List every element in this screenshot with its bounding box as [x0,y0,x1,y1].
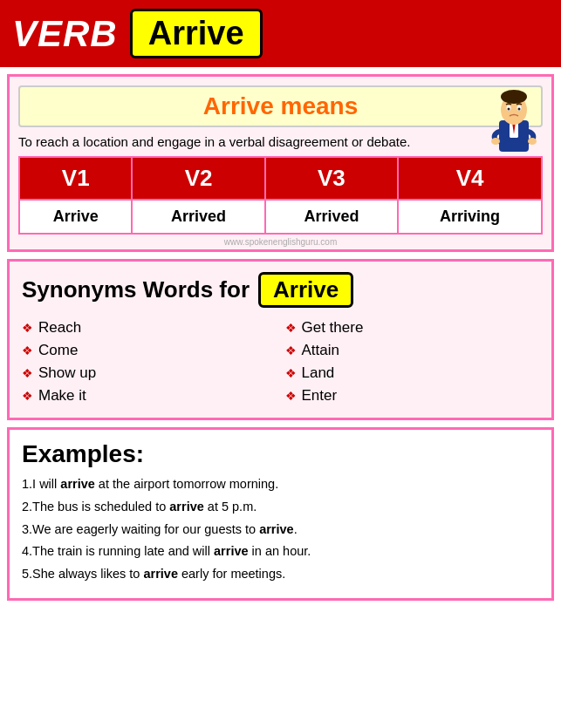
syn-show-up: Show up [38,364,96,382]
syn-left: ❖ Reach ❖ Come ❖ Show up ❖ Make it [22,316,277,407]
syn-item-attain: ❖ Attain [285,339,540,362]
ex3-prefix: 3.We are eagerly waiting for our guests … [22,522,259,536]
syn-item-land: ❖ Land [285,362,540,384]
means-title-orange: means [281,92,359,119]
syn-item-show-up: ❖ Show up [22,362,277,384]
svg-point-10 [528,138,537,145]
ex1-bold: arrive [60,477,95,491]
syn-title-text: Synonyms Words for [22,276,250,303]
v4-header: V4 [398,157,542,200]
svg-point-8 [518,108,521,111]
syn-get-there: Get there [302,319,364,337]
diamond-icon: ❖ [22,344,33,357]
means-title-box: Arrive means [18,85,543,127]
example-4: 4.The train is running late and will arr… [22,542,539,561]
ex2-suffix: at 5 p.m. [204,500,257,514]
synonyms-title: Synonyms Words for Arrive [22,272,539,308]
diamond-icon: ❖ [285,389,297,403]
v3-header: V3 [265,157,398,200]
svg-point-7 [508,108,510,111]
svg-point-4 [501,90,527,104]
example-3: 3.We are eagerly waiting for our guests … [22,520,539,540]
ex2-prefix: 2.The bus is scheduled to [22,500,169,514]
ex5-bold: arrive [143,567,178,581]
means-title-black: Arrive [203,92,274,119]
examples-section: Examples: 1.I will arrive at the airport… [7,427,554,601]
ex1-prefix: 1.I will [22,477,60,491]
syn-item-make-it: ❖ Make it [22,384,277,407]
ex2-bold: arrive [169,500,204,514]
v4-value: Arriving [398,200,542,234]
ex5-suffix: early for meetings. [178,567,285,581]
syn-reach: Reach [38,319,81,337]
synonyms-grid: ❖ Reach ❖ Come ❖ Show up ❖ Make it ❖ Get… [22,316,539,407]
synonyms-section: Synonyms Words for Arrive ❖ Reach ❖ Come… [7,259,554,420]
ex5-prefix: 5.She always likes to [22,567,143,581]
verb-label: VERB [12,13,118,55]
example-1: 1.I will arrive at the airport tomorrow … [22,475,539,494]
syn-land: Land [302,364,335,382]
diamond-icon: ❖ [22,389,33,403]
syn-come: Come [38,342,78,359]
syn-attain: Attain [302,342,339,359]
ex4-suffix: in an hour. [249,544,311,558]
header-word: Arrive [130,9,263,58]
diamond-icon: ❖ [285,366,297,380]
ex4-prefix: 4.The train is running late and will [22,544,214,558]
syn-enter: Enter [302,387,338,405]
ex3-bold: arrive [259,522,294,536]
syn-item-get-there: ❖ Get there [285,316,540,339]
v2-value: Arrived [132,200,264,234]
means-title: Arrive means [203,92,358,119]
diamond-icon: ❖ [285,321,297,335]
watermark: www.spokenenglishguru.com [18,235,543,249]
verb-forms-table: V1 V2 V3 V4 Arrive Arrived Arrived Arriv… [18,156,543,235]
diamond-icon: ❖ [22,366,33,380]
page-header: VERB Arrive [0,0,561,67]
ex1-suffix: at the airport tomorrow morning. [95,477,278,491]
syn-item-enter: ❖ Enter [285,384,540,407]
diamond-icon: ❖ [285,344,297,357]
syn-make-it: Make it [38,387,86,405]
means-section: Arrive means [7,74,554,252]
v2-header: V2 [132,157,264,200]
v1-value: Arrive [19,200,132,234]
syn-item-come: ❖ Come [22,339,277,362]
syn-right: ❖ Get there ❖ Attain ❖ Land ❖ Enter [285,316,540,407]
diamond-icon: ❖ [22,321,33,335]
syn-title-word: Arrive [258,272,353,308]
example-5: 5.She always likes to arrive early for m… [22,565,539,584]
verb-header-row: V1 V2 V3 V4 [19,157,542,200]
syn-item-reach: ❖ Reach [22,316,277,339]
verb-values-row: Arrive Arrived Arrived Arriving [19,200,542,234]
svg-point-9 [491,138,500,145]
ex3-suffix: . [294,522,298,536]
example-2: 2.The bus is scheduled to arrive at 5 p.… [22,498,539,517]
ex4-bold: arrive [214,544,249,558]
v3-value: Arrived [265,200,398,234]
examples-title: Examples: [22,440,539,468]
means-description: To reach a location and engage in a verb… [18,134,543,149]
v1-header: V1 [19,157,132,200]
character-illustration [483,84,544,162]
